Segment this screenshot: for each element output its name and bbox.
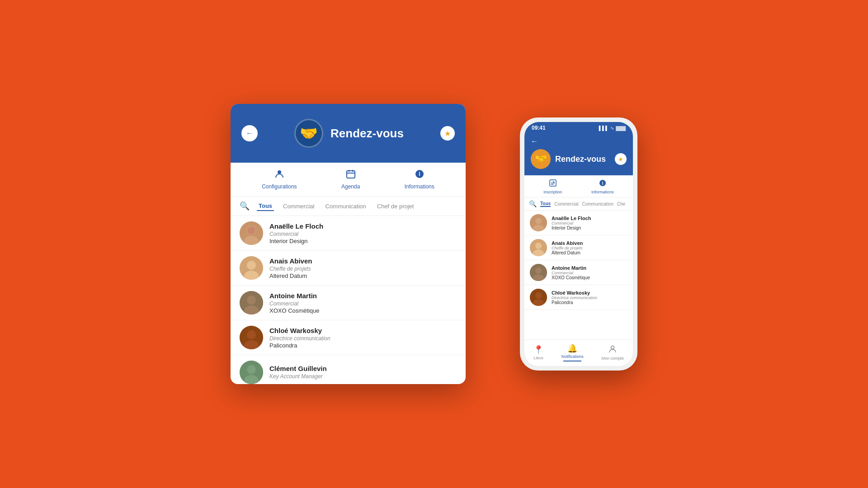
contact-name: Chloé Warkosky <box>269 327 457 334</box>
contact-role: Commercial <box>269 300 457 307</box>
nav-lieux-label: Lieux <box>533 356 543 360</box>
tab-agenda[interactable]: Agenda <box>341 169 360 190</box>
contact-name: Clément Guillevin <box>269 365 457 372</box>
phone-star-button[interactable]: ★ <box>615 153 627 165</box>
tablet-back-button[interactable]: ← <box>241 125 258 141</box>
phone-tab-inscription-label: Inscription <box>543 190 562 194</box>
filter-communication[interactable]: Communication <box>323 202 368 211</box>
phone-filter-communication[interactable]: Communication <box>582 202 613 206</box>
tablet-star-button[interactable]: ★ <box>440 126 455 141</box>
list-item[interactable]: Anais Abiven Cheffe de projets Altered D… <box>524 235 633 260</box>
svg-point-38 <box>611 346 614 349</box>
contact-company: Interior Design <box>269 238 457 244</box>
tablet-container: ← 🤝 Rendez-vous ★ Configurations <box>231 104 466 384</box>
list-item[interactable]: Chloé Warkosky Directrice communication … <box>524 285 633 310</box>
svg-point-12 <box>247 261 256 270</box>
phone-header-icon: 🤝 <box>531 149 551 169</box>
contact-name: Anais Abiven <box>552 240 583 246</box>
configurations-icon <box>274 169 284 182</box>
avatar <box>240 326 263 349</box>
phone-filter-row: 🔍 Tous Commercial Communication Che <box>524 197 633 211</box>
contact-role: Cheffe de projets <box>552 246 583 250</box>
svg-rect-1 <box>347 171 355 178</box>
phone-tabs: Inscription i Informations <box>524 175 633 197</box>
tab-informations[interactable]: i Informations <box>405 169 434 190</box>
phone-back-button[interactable]: ← <box>531 137 538 145</box>
informations-icon: i <box>415 169 425 182</box>
tablet-tabs: Configurations Agenda i <box>231 163 466 197</box>
mon-compte-icon <box>609 345 617 355</box>
avatar <box>240 221 263 245</box>
svg-point-18 <box>247 330 256 339</box>
phone-tab-informations[interactable]: i Informations <box>591 179 614 197</box>
contact-role: Commercial <box>552 271 590 275</box>
contact-name: Antoine Martin <box>269 292 457 300</box>
contact-company: Altered Datum <box>552 250 583 255</box>
agenda-icon <box>346 169 356 182</box>
notifications-icon: 🔔 <box>567 343 577 353</box>
contact-info: Chloé Warkosky Directrice communication … <box>552 290 597 305</box>
filter-chef-de-projet[interactable]: Chef de projet <box>375 202 416 211</box>
svg-text:i: i <box>419 171 420 177</box>
svg-point-30 <box>535 243 542 249</box>
phone-filter-che[interactable]: Che <box>617 202 625 206</box>
contact-role: Cheffe de projets <box>269 266 457 272</box>
phone-time: 09:41 <box>532 125 546 131</box>
contact-name: Anais Abiven <box>269 257 457 265</box>
phone-info-icon: i <box>599 179 607 189</box>
contact-name: Antoine Martin <box>552 265 590 271</box>
svg-point-33 <box>535 267 542 274</box>
phone-tab-inscription[interactable]: Inscription <box>543 179 562 197</box>
contact-name: Chloé Warkosky <box>552 290 597 296</box>
table-row[interactable]: Antoine Martin Commercial XOXO Cosmétiqu… <box>231 286 466 320</box>
tablet-contact-list: Anaëlle Le Floch Commercial Interior Des… <box>231 216 466 384</box>
avatar <box>240 361 263 384</box>
phone-filter-tous[interactable]: Tous <box>540 201 551 207</box>
nav-mon-compte-label: Mon compte <box>602 356 624 361</box>
contact-company: Interior Design <box>552 225 591 230</box>
phone-status-bar: 09:41 ▌▌▌ ∿ ▓▓▓ <box>524 122 633 133</box>
contact-name: Anaëlle Le Floch <box>269 222 457 230</box>
contact-info: Anaëlle Le Floch Commercial Interior Des… <box>552 216 591 230</box>
contact-company: Altered Datum <box>269 272 457 279</box>
phone-outer: 09:41 ▌▌▌ ∿ ▓▓▓ ← 🤝 Rendez-vous ★ <box>520 117 637 371</box>
svg-point-0 <box>278 170 281 174</box>
phone-filter-commercial[interactable]: Commercial <box>554 202 578 206</box>
nav-notifications[interactable]: 🔔 Notifications <box>561 343 584 361</box>
avatar <box>530 239 547 256</box>
svg-point-15 <box>247 296 256 305</box>
table-row[interactable]: Anaëlle Le Floch Commercial Interior Des… <box>231 216 466 251</box>
contact-role: Directrice communication <box>552 296 597 300</box>
phone-header-title: Rendez-vous <box>555 155 610 164</box>
contact-info: Anaëlle Le Floch Commercial Interior Des… <box>269 222 457 244</box>
svg-point-36 <box>535 292 542 299</box>
svg-point-21 <box>247 365 256 374</box>
table-row[interactable]: Clément Guillevin Key Account Manager <box>231 355 466 384</box>
table-row[interactable]: Anais Abiven Cheffe de projets Altered D… <box>231 251 466 286</box>
table-row[interactable]: Chloé Warkosky Directrice communication … <box>231 320 466 355</box>
svg-text:i: i <box>602 181 603 186</box>
phone-header: ← 🤝 Rendez-vous ★ <box>524 133 633 175</box>
tab-configurations-label: Configurations <box>262 183 297 190</box>
avatar <box>530 264 547 281</box>
phone-bottom-nav: 📍 Lieux 🔔 Notifications Mon compte <box>524 339 633 366</box>
nav-mon-compte[interactable]: Mon compte <box>602 345 624 361</box>
tablet-header-icon: 🤝 <box>294 119 323 148</box>
wifi-icon: ∿ <box>610 126 614 131</box>
contact-role: Commercial <box>552 221 591 225</box>
nav-lieux[interactable]: 📍 Lieux <box>533 345 543 360</box>
tab-configurations[interactable]: Configurations <box>262 169 297 190</box>
contact-role: Directrice communication <box>269 335 457 342</box>
contact-info: Anais Abiven Cheffe de projets Altered D… <box>269 257 457 279</box>
inscription-icon <box>549 179 557 189</box>
phone-search-icon[interactable]: 🔍 <box>529 200 537 207</box>
filter-commercial[interactable]: Commercial <box>281 202 316 211</box>
tablet-search-icon[interactable]: 🔍 <box>240 201 250 211</box>
battery-icon: ▓▓▓ <box>616 126 626 131</box>
filter-tous[interactable]: Tous <box>257 202 274 211</box>
phone-header-top: ← <box>531 137 627 145</box>
avatar <box>530 214 547 231</box>
list-item[interactable]: Antoine Martin Commercial XOXO Cosmétiqu… <box>524 260 633 285</box>
list-item[interactable]: Anaëlle Le Floch Commercial Interior Des… <box>524 211 633 235</box>
contact-company: Palicondra <box>552 300 597 305</box>
